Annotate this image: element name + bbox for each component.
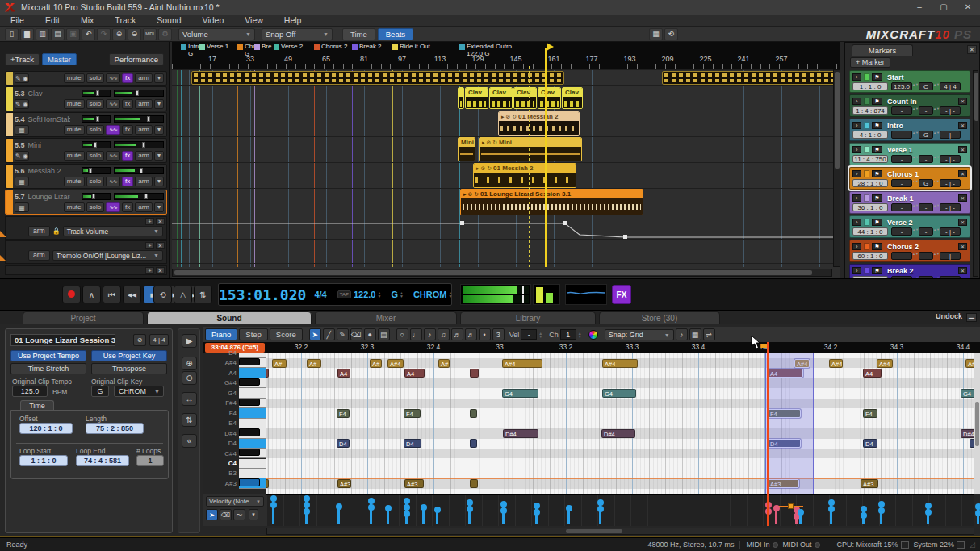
midi-note-D4[interactable]: D4	[404, 439, 421, 448]
midi-note-A#4[interactable]: A#4	[602, 359, 638, 368]
marker-delete-icon[interactable]: ✕	[958, 243, 967, 250]
timeline-marker[interactable]: Ride it Out	[392, 43, 430, 55]
marker-flag-icon[interactable]: ⚑	[872, 267, 882, 274]
dot-tool[interactable]: ●	[364, 328, 376, 340]
menu-sound[interactable]: Sound	[146, 15, 191, 25]
note-color-wheel[interactable]	[588, 330, 598, 340]
piano-key-C#4[interactable]	[239, 449, 266, 458]
automation-type-dropdown[interactable]: Volume▼	[178, 28, 255, 40]
marker-sig-field[interactable]: - | -	[940, 252, 961, 260]
marker-row-chorus-2[interactable]: ›⚑Chorus 2✕60 : 1 : 0-▲▼-▲▼- | -	[849, 240, 970, 262]
use-project-key-button[interactable]: Use Project Key	[91, 350, 167, 361]
arm-button[interactable]: arm	[135, 151, 153, 161]
track-vol-slider[interactable]	[114, 115, 164, 123]
maximize-button[interactable]: ▢	[932, 0, 956, 15]
midi-note-A#4[interactable]: A#	[370, 359, 382, 368]
duration-5-button[interactable]: ♬	[465, 328, 477, 340]
midi-note-A4[interactable]	[266, 369, 269, 378]
zoom-out-button[interactable]: ⊖	[182, 371, 197, 385]
marker-row-start[interactable]: ›⚑Start1 : 1 : 0125.0▲▼C▲▼4 | 4	[849, 70, 970, 93]
midi-note-A4[interactable]	[470, 369, 479, 378]
marker-sig-field[interactable]: - | -	[940, 106, 961, 115]
track-pan-slider[interactable]	[82, 167, 111, 174]
track-row-5.7[interactable]: 5.7Lounge Lizard...▦mutesolo∿∿fxarm▾	[5, 190, 167, 215]
midi-note-D4[interactable]: D4	[863, 439, 877, 448]
midi-note-F4[interactable]: F4	[404, 409, 421, 418]
markers-tab[interactable]: Markers	[852, 44, 913, 56]
tab-project[interactable]: Project	[23, 311, 144, 324]
sync-icon[interactable]: ⇌	[703, 328, 715, 340]
duration-2-button[interactable]: ♪	[424, 328, 436, 340]
zoom-out-icon[interactable]: ⊖	[128, 28, 141, 40]
clip-clav[interactable]: Clav	[513, 87, 537, 109]
marker-position-field[interactable]: 1 : 1 : 0	[852, 82, 888, 90]
piano-key-E4[interactable]	[239, 419, 266, 428]
offset-field[interactable]: 120 : 1 : 0	[19, 423, 73, 434]
lane-close-icon[interactable]: ✕	[156, 218, 165, 225]
timeline-marker[interactable]: IntroG	[181, 43, 201, 55]
clip-clav[interactable]: Clav	[489, 87, 513, 109]
time-signature[interactable]: 4/4	[314, 290, 326, 299]
piano-key-A#3[interactable]	[239, 478, 266, 488]
track-row-top[interactable]: ✎ ◉mutesolo∿∿fxarm▾	[5, 71, 167, 86]
lane-param-dropdown[interactable]: Tremolo On/Off [Lounge Liz...▼	[52, 250, 163, 261]
vel-erase-tool[interactable]: ⌫	[220, 509, 232, 520]
marker-key-field[interactable]: -	[919, 252, 933, 260]
midi-note-A4[interactable]: A4	[863, 369, 882, 378]
solo-button[interactable]: solo	[86, 99, 105, 109]
automation-button[interactable]: ∿∿	[106, 73, 120, 83]
clip-01-messiah-2[interactable]: ▸ ⊘ ↻ 01 Messiah 2	[473, 163, 576, 188]
marker-delete-icon[interactable]: ✕	[958, 122, 967, 129]
velocity-lollipop[interactable]	[535, 504, 538, 524]
marker-color-chip[interactable]	[864, 243, 869, 250]
loop-record-icon[interactable]: ⟲	[664, 28, 678, 40]
instrument-icons[interactable]: ✎ ◉	[15, 151, 29, 161]
automation-lane[interactable]: +✕armTremolo On/Off [Lounge Liz...▼	[5, 240, 167, 264]
marker-row-verse-1[interactable]: ›⚑Verse 1✕11 : 4 : 750-▲▼-▲▼- | -	[849, 143, 970, 165]
track-vol-slider[interactable]	[114, 141, 164, 148]
tap-tempo-button[interactable]: TAP	[337, 290, 351, 298]
fx-button[interactable]: fx	[122, 151, 133, 161]
loop-button[interactable]: ⟲	[153, 286, 172, 303]
marker-color-chip[interactable]	[864, 98, 869, 105]
lane-arm-button[interactable]: arm	[28, 226, 50, 236]
lane-collapse-triangle[interactable]	[0, 252, 6, 261]
rewind-button[interactable]: ◀◀	[123, 286, 141, 303]
render-icon[interactable]: ▣	[66, 28, 80, 40]
track-vol-slider[interactable]	[114, 193, 164, 200]
vel-select-tool[interactable]: ➤	[206, 509, 218, 520]
import-icon[interactable]: ▥	[36, 28, 49, 40]
marker-expand-icon[interactable]: ›	[852, 73, 861, 81]
master-fx-button[interactable]: FX	[612, 285, 631, 304]
markers-scrollbar[interactable]	[973, 70, 978, 277]
velocity-lollipop[interactable]	[775, 507, 777, 524]
fx-button[interactable]: fx	[122, 177, 133, 186]
record-button[interactable]	[62, 286, 81, 303]
midi-note-A#4[interactable]: A#4	[387, 359, 404, 368]
marker-tempo-field[interactable]: -	[891, 131, 912, 139]
undo-icon[interactable]: ↶	[82, 28, 95, 40]
piano-roll-vscrollbar[interactable]	[974, 353, 980, 494]
minimize-button[interactable]: –	[907, 0, 932, 15]
select-tool[interactable]: ➤	[309, 328, 321, 340]
clip-clav[interactable]: Clav	[465, 87, 488, 109]
loop-end-field[interactable]: 74 : 4 : 581	[76, 455, 129, 466]
piano-key-A#4[interactable]	[239, 358, 266, 368]
marker-sig-field[interactable]: - | -	[940, 203, 961, 211]
velocity-lollipop[interactable]	[405, 499, 408, 524]
track-row-5.6[interactable]: 5.6Messiah 2▦mutesolo∿∿fxarm▾	[5, 164, 167, 189]
marker-color-chip[interactable]	[864, 194, 869, 202]
mute-button[interactable]: mute	[64, 73, 85, 83]
midi-note-D4[interactable]	[470, 439, 477, 448]
arrange-vscrollbar[interactable]	[833, 69, 840, 267]
marker-position-field[interactable]: 1 : 4 : 874	[852, 106, 888, 115]
go-start-button[interactable]: ⏮	[103, 286, 121, 303]
lane-close-icon[interactable]: ✕	[156, 242, 165, 249]
velocity-lollipop[interactable]	[567, 507, 570, 524]
arm-button[interactable]: arm	[135, 177, 153, 186]
marker-flag-icon[interactable]: ⚑	[872, 219, 882, 226]
master-track-button[interactable]: Master	[42, 53, 77, 65]
midi-note-G4[interactable]: G4	[961, 389, 974, 398]
close-button[interactable]: ✕	[956, 0, 980, 15]
redo-icon[interactable]: ↷	[97, 28, 111, 40]
